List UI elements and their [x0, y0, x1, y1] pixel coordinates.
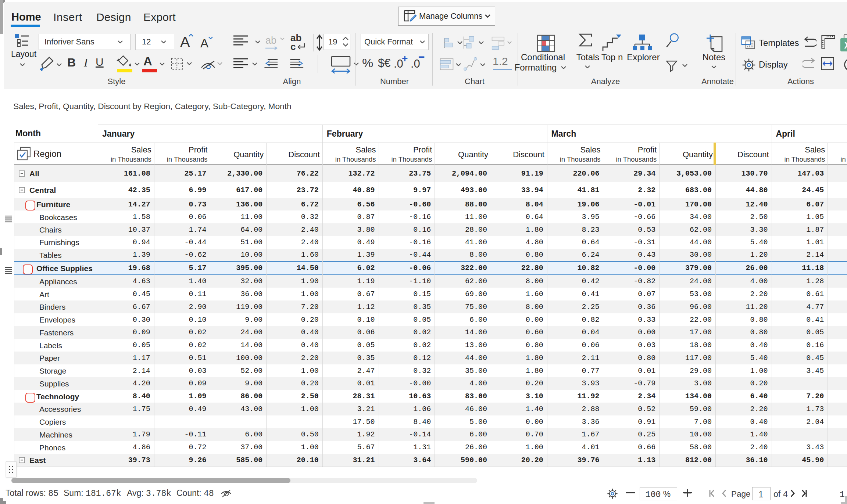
- svg-text:X: X: [844, 40, 847, 51]
